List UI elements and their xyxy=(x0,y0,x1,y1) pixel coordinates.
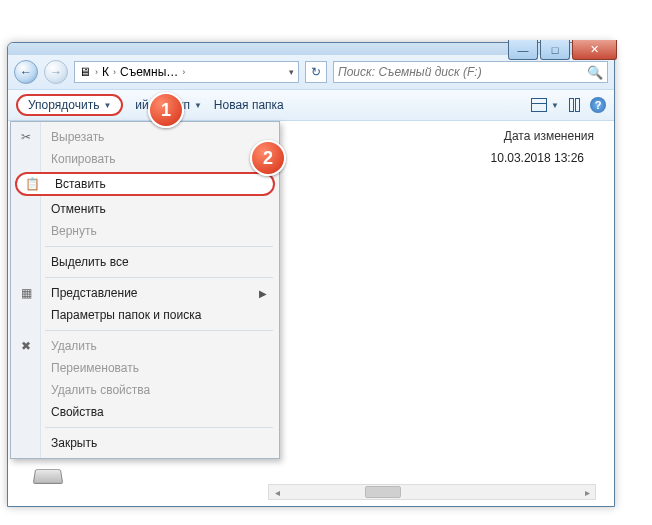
menu-separator xyxy=(45,246,273,247)
menu-item-view[interactable]: ▦ Представление ▶ xyxy=(11,282,279,304)
menu-label: Закрыть xyxy=(51,436,97,450)
menu-item-remove-properties[interactable]: Удалить свойства xyxy=(11,379,279,401)
menu-label: Свойства xyxy=(51,405,104,419)
address-dropdown-icon[interactable]: ▾ xyxy=(289,67,294,77)
organize-label: Упорядочить xyxy=(28,98,99,112)
menu-item-cut[interactable]: ✂ Вырезать xyxy=(11,126,279,148)
preview-pane-button[interactable] xyxy=(569,98,580,112)
submenu-arrow-icon: ▶ xyxy=(259,288,267,299)
status-bar-device xyxy=(28,468,68,496)
breadcrumb-seg-1[interactable]: К xyxy=(102,65,109,79)
menu-label: Выделить все xyxy=(51,255,129,269)
menu-item-paste[interactable]: 📋 Вставить xyxy=(15,172,275,196)
back-button[interactable]: ← xyxy=(14,60,38,84)
chevron-down-icon: ▼ xyxy=(551,101,559,110)
maximize-button[interactable]: □ xyxy=(540,40,570,60)
file-date-value: 10.03.2018 13:26 xyxy=(491,151,584,165)
breadcrumb-sep-icon: › xyxy=(182,67,185,77)
menu-separator xyxy=(45,427,273,428)
menu-item-redo[interactable]: Вернуть xyxy=(11,220,279,242)
new-folder-label: Новая папка xyxy=(214,98,284,112)
annotation-badge-1: 1 xyxy=(148,92,184,128)
nav-bar: ← → 🖥 › К › Съемны… › ▾ ↻ Поиск: Съемный… xyxy=(8,55,614,89)
chevron-down-icon: ▼ xyxy=(194,101,202,110)
breadcrumb-seg-2[interactable]: Съемны… xyxy=(120,65,178,79)
new-folder-button[interactable]: Новая папка xyxy=(214,98,284,112)
toolbar: Упорядочить ▼ ий доступ ▼ Новая папка ▼ … xyxy=(8,89,614,121)
menu-separator xyxy=(45,277,273,278)
annotation-badge-2: 2 xyxy=(250,140,286,176)
search-box[interactable]: Поиск: Съемный диск (F:) 🔍 xyxy=(333,61,608,83)
scroll-right-icon[interactable]: ▸ xyxy=(579,487,595,498)
menu-label: Отменить xyxy=(51,202,106,216)
column-date-modified[interactable]: Дата изменения xyxy=(504,129,594,143)
menu-item-rename[interactable]: Переименовать xyxy=(11,357,279,379)
menu-item-delete[interactable]: ✖ Удалить xyxy=(11,335,279,357)
menu-label: Вырезать xyxy=(51,130,104,144)
menu-label: Представление xyxy=(51,286,138,300)
menu-item-close[interactable]: Закрыть xyxy=(11,432,279,454)
menu-label: Вставить xyxy=(55,177,106,191)
organize-menu: ✂ Вырезать Копировать 📋 Вставить Отменит… xyxy=(10,121,280,459)
cut-icon: ✂ xyxy=(17,130,35,144)
search-icon[interactable]: 🔍 xyxy=(587,65,603,80)
scroll-left-icon[interactable]: ◂ xyxy=(269,487,285,498)
paste-icon: 📋 xyxy=(23,177,41,191)
help-button[interactable]: ? xyxy=(590,97,606,113)
menu-item-copy[interactable]: Копировать xyxy=(11,148,279,170)
scroll-thumb[interactable] xyxy=(365,486,401,498)
menu-item-undo[interactable]: Отменить xyxy=(11,198,279,220)
menu-item-properties[interactable]: Свойства xyxy=(11,401,279,423)
window-buttons: — □ ✕ xyxy=(508,40,617,60)
menu-label: Вернуть xyxy=(51,224,97,238)
view-options-button[interactable]: ▼ xyxy=(531,98,559,112)
chevron-down-icon: ▼ xyxy=(103,101,111,110)
computer-icon: 🖥 xyxy=(79,65,91,79)
menu-label: Удалить свойства xyxy=(51,383,150,397)
horizontal-scrollbar[interactable]: ◂ ▸ xyxy=(268,484,596,500)
view-icon: ▦ xyxy=(17,286,35,300)
refresh-button[interactable]: ↻ xyxy=(305,61,327,83)
view-list-icon xyxy=(531,98,547,112)
address-bar[interactable]: 🖥 › К › Съемны… › ▾ xyxy=(74,61,299,83)
minimize-button[interactable]: — xyxy=(508,40,538,60)
organize-button[interactable]: Упорядочить ▼ xyxy=(16,94,123,116)
forward-button[interactable]: → xyxy=(44,60,68,84)
breadcrumb-sep-icon: › xyxy=(113,67,116,77)
drive-icon xyxy=(33,469,64,484)
search-placeholder: Поиск: Съемный диск (F:) xyxy=(338,65,482,79)
menu-label: Параметры папок и поиска xyxy=(51,308,201,322)
menu-item-folder-options[interactable]: Параметры папок и поиска xyxy=(11,304,279,326)
menu-label: Копировать xyxy=(51,152,116,166)
close-button[interactable]: ✕ xyxy=(572,40,617,60)
menu-separator xyxy=(45,330,273,331)
breadcrumb-sep-icon: › xyxy=(95,67,98,77)
menu-label: Переименовать xyxy=(51,361,139,375)
delete-icon: ✖ xyxy=(17,339,35,353)
explorer-window: — □ ✕ ← → 🖥 › К › Съемны… › ▾ ↻ Поиск: С… xyxy=(7,42,615,507)
menu-label: Удалить xyxy=(51,339,97,353)
menu-item-select-all[interactable]: Выделить все xyxy=(11,251,279,273)
